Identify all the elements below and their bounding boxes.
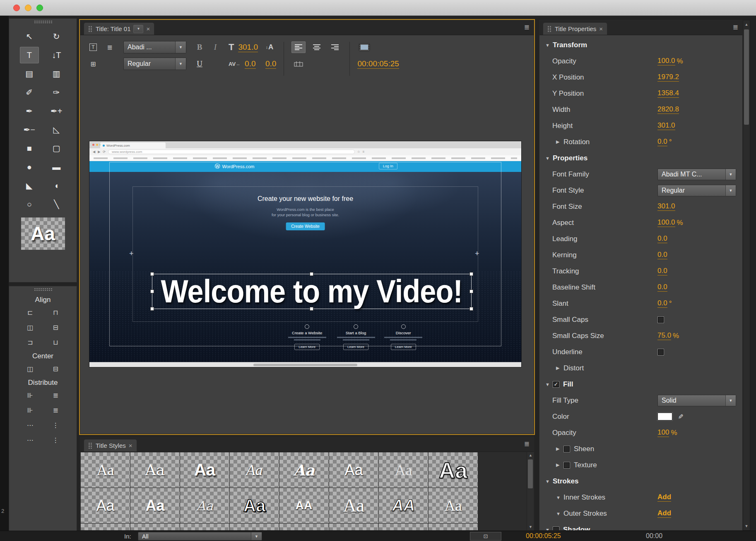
line-tool[interactable]: ╲	[47, 196, 66, 213]
fill-color-swatch[interactable]	[657, 413, 672, 420]
distribute-vertical-even-button[interactable]: ⋮	[46, 434, 65, 446]
align-vertical-bottom-button[interactable]: ⊔	[46, 336, 65, 348]
title-style-swatch[interactable]: Aa	[230, 452, 279, 488]
title-style-swatch[interactable]: Aa	[429, 524, 478, 530]
align-horizontal-center-button[interactable]: ◫	[21, 321, 40, 333]
baseline-shift-value[interactable]: 0.0	[657, 283, 667, 292]
title-style-swatch[interactable]: Aa	[279, 452, 329, 488]
disclosure-triangle-icon[interactable]: ▼	[545, 382, 553, 387]
font-family-dropdown[interactable]: Abad­i MT C...▼	[657, 169, 736, 180]
title-style-swatch[interactable]: Aa	[230, 488, 279, 523]
distribute-horizontal-left-button[interactable]: ⊪	[21, 389, 40, 401]
font-size-value[interactable]: 301.0	[657, 202, 675, 211]
selection-handle[interactable]	[469, 290, 473, 293]
title-style-swatch[interactable]: A A	[81, 524, 130, 530]
distribute-horizontal-even-button[interactable]: ⋯	[21, 434, 40, 446]
templates-icon[interactable]: ⊞	[87, 58, 99, 70]
outer-strokes-add-link[interactable]: Add	[657, 509, 671, 518]
title-canvas[interactable]: WordPress.com ◀ ▶ ⟳ www.wordpress.com ☆ …	[89, 141, 521, 367]
properties-scrollbar[interactable]: ▲ ▼	[743, 20, 750, 531]
vertical-type-tool[interactable]: ↓T	[47, 47, 66, 63]
tab-title-title-01[interactable]: Title: Title 01 ▼ ×	[84, 22, 154, 35]
tab-title-properties[interactable]: Title Properties ×	[543, 22, 607, 35]
selection-handle[interactable]	[469, 307, 473, 311]
font-browser-swatch[interactable]: Aa	[21, 217, 65, 250]
tab-stops-icon[interactable]	[291, 58, 306, 70]
leading-value[interactable]: 0.0	[657, 234, 667, 243]
y-position-value[interactable]: 1358.4	[657, 89, 679, 98]
close-icon[interactable]: ×	[599, 26, 603, 32]
title-style-swatch[interactable]: Aa	[130, 524, 180, 530]
align-vertical-top-button[interactable]: ⊓	[46, 307, 65, 318]
distribute-vertical-bottom-button[interactable]: ⋮	[46, 419, 65, 431]
distribute-horizontal-right-button[interactable]: ⋯	[21, 419, 40, 431]
current-timecode-fragment[interactable]: 00:00:05:25	[526, 532, 564, 540]
vertical-area-type-tool[interactable]: ▥	[47, 65, 66, 82]
title-style-swatch[interactable]: Aa	[180, 452, 229, 488]
background-video-timecode[interactable]: 00:00:05:25	[357, 59, 399, 69]
title-styles-scrollbar[interactable]: ▲ ▼	[527, 452, 534, 530]
title-style-swatch[interactable]: Aa	[329, 452, 378, 488]
disclosure-triangle-icon[interactable]: ▼	[545, 43, 553, 48]
opacity-value[interactable]: 100.0	[657, 57, 675, 65]
tab-title-styles[interactable]: Title Styles ×	[84, 439, 137, 452]
font-family-dropdown[interactable]: Abadi ... ▼	[123, 41, 186, 53]
slant-value[interactable]: 0.0	[657, 299, 667, 308]
disclosure-triangle-icon[interactable]: ▼	[545, 479, 553, 484]
title-style-swatch[interactable]: Aa	[429, 452, 478, 488]
inner-strokes-add-link[interactable]: Add	[657, 493, 671, 502]
scroll-down-icon[interactable]: ▼	[743, 523, 750, 529]
opacity-value[interactable]: 100	[657, 428, 669, 437]
close-window-button[interactable]	[13, 5, 20, 11]
disclosure-triangle-icon[interactable]: ▼	[556, 511, 563, 516]
arc-tool[interactable]: ◖	[47, 177, 66, 194]
eyedropper-icon[interactable]: ✎	[677, 414, 684, 419]
in-filter-dropdown[interactable]: All ▼	[138, 532, 262, 541]
kerning-value[interactable]: 0.0	[245, 59, 255, 69]
ellipse-tool[interactable]: ●	[20, 159, 39, 175]
pill-tool[interactable]: ▬	[47, 159, 66, 175]
title-picker-dropdown[interactable]: ▼	[133, 25, 143, 33]
delete-anchor-point-tool[interactable]: ✒−	[20, 121, 39, 138]
rotation-value[interactable]: 0.0	[657, 138, 667, 146]
underline-checkbox[interactable]	[657, 349, 664, 355]
selection-handle[interactable]	[150, 290, 154, 293]
disclosure-triangle-icon[interactable]: ▼	[545, 156, 553, 161]
title-style-swatch[interactable]: Aa	[329, 524, 378, 530]
type-tool[interactable]: T	[20, 47, 39, 63]
small-caps-size-value[interactable]: 75.0	[657, 331, 671, 340]
rotation-tool[interactable]: ↻	[47, 28, 66, 45]
center-horizontal-button[interactable]: ◫	[21, 363, 40, 374]
selection-handle[interactable]	[469, 272, 473, 276]
scrollbar-thumb[interactable]	[528, 459, 533, 488]
selection-handle[interactable]	[150, 307, 154, 311]
bottom-panel-button[interactable]: ⊡	[470, 532, 501, 541]
panel-menu-icon[interactable]: ≣	[733, 24, 738, 31]
title-text-object[interactable]: Welcome to my Video!	[152, 274, 472, 309]
aspect-value[interactable]: 100.0	[657, 218, 675, 227]
font-size-value[interactable]: 301.0	[238, 43, 258, 52]
center-vertical-button[interactable]: ⊟	[46, 363, 65, 374]
scroll-up-icon[interactable]: ▲	[527, 452, 534, 459]
title-style-swatch[interactable]: Aa	[81, 488, 130, 523]
title-style-swatch[interactable]: Aa	[329, 488, 378, 523]
sheen-checkbox[interactable]	[563, 446, 570, 452]
small-ellipse-tool[interactable]: ○	[20, 196, 39, 213]
title-style-swatch[interactable]: Aa	[379, 524, 428, 530]
italic-button[interactable]: I	[209, 41, 221, 53]
title-style-swatch[interactable]: Aa	[180, 524, 229, 530]
disclosure-triangle-icon[interactable]: ▶	[556, 462, 563, 468]
align-right-icon[interactable]	[328, 41, 342, 53]
rounded-rectangle-tool[interactable]: ▢	[47, 140, 66, 157]
width-value[interactable]: 2820.8	[657, 105, 679, 114]
underline-button[interactable]: U	[194, 58, 205, 70]
wedge-tool[interactable]: ◣	[20, 177, 39, 194]
disclosure-triangle-icon[interactable]: ▶	[556, 446, 563, 452]
zoom-window-button[interactable]	[36, 5, 43, 11]
panel-gripper[interactable]	[34, 20, 52, 24]
align-left-icon[interactable]	[291, 41, 306, 53]
height-value[interactable]: 301.0	[657, 121, 675, 130]
disclosure-triangle-icon[interactable]: ▼	[556, 495, 563, 500]
convert-anchor-point-tool[interactable]: ◺	[47, 121, 66, 138]
title-style-swatch[interactable]: Aa	[379, 452, 428, 488]
